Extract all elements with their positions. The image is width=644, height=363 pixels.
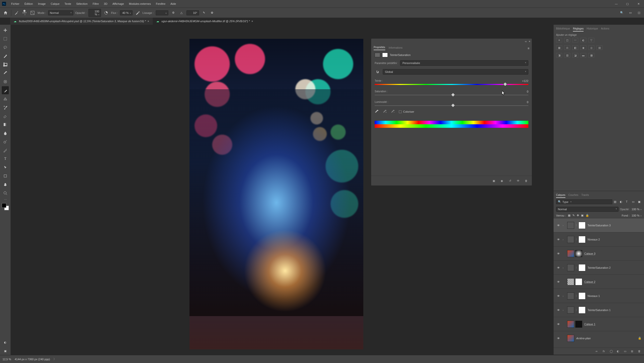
layer-row[interactable]: 👁›⋮Teinte/Saturation 3 <box>554 218 644 232</box>
menu-affichage[interactable]: Affichage <box>110 2 126 5</box>
brightness-icon[interactable]: ☀ <box>556 38 562 42</box>
document-tab-2[interactable]: ☁ ugur-akdemir-FABH5NJEMGM-unsplash-Modi… <box>153 18 257 25</box>
brush-panel-toggle[interactable] <box>29 10 36 16</box>
eraser-tool[interactable] <box>2 112 9 120</box>
lum-value[interactable]: 0 <box>527 101 528 104</box>
link-mask-icon[interactable]: ⋮ <box>575 295 577 297</box>
mask-icon[interactable]: ◯ <box>610 350 613 353</box>
close-panel-icon[interactable]: × <box>529 40 530 43</box>
layer-thumb[interactable] <box>567 278 574 285</box>
sat-value[interactable]: 0 <box>527 90 528 93</box>
chevron-right-icon[interactable]: › <box>563 224 565 227</box>
filter-pixel-icon[interactable]: ▧ <box>614 200 617 204</box>
menu-fenetre[interactable]: Fenêtre <box>153 2 168 5</box>
visibility-icon[interactable]: 👁 <box>516 178 520 183</box>
coloriser-checkbox[interactable]: Coloriser <box>399 110 414 113</box>
gradient-tool[interactable] <box>2 120 9 129</box>
layer-row[interactable]: 👁›⋮Teinte/Saturation 1 <box>554 303 644 317</box>
colorlookup-icon[interactable]: ▤ <box>596 45 602 50</box>
layer-name[interactable]: Calque 3 <box>584 252 595 255</box>
link-icon[interactable]: ∞ <box>596 350 599 353</box>
search-icon[interactable]: 🔍 <box>619 10 625 16</box>
edit-toolbar[interactable]: ⋯ <box>2 198 9 202</box>
doc-info[interactable]: 4144 px x 7360 px (240 ppp) <box>15 358 50 361</box>
posterize-icon[interactable]: ▥ <box>564 53 570 57</box>
chevron-right-icon[interactable]: › <box>563 238 565 241</box>
sat-slider[interactable] <box>375 94 528 96</box>
selectivecolor-icon[interactable]: ▩ <box>588 53 594 57</box>
pressure-size-icon[interactable]: ✎ <box>201 10 207 16</box>
menu-image[interactable]: Image <box>36 2 48 5</box>
adjustment-mask-thumb[interactable] <box>382 53 388 57</box>
tab-traces[interactable]: Tracés <box>581 193 589 198</box>
tab-historique[interactable]: Historique <box>587 26 598 32</box>
adjustment-icon[interactable]: ◐ <box>617 350 620 353</box>
menu-edition[interactable]: Édition <box>22 2 36 5</box>
invert-icon[interactable]: ◨ <box>556 53 562 57</box>
document-tab-1[interactable]: ☁ fezbot2000-lHtIEv850IM-unsplash-Récupé… <box>10 18 153 25</box>
chevron-right-icon[interactable]: › <box>563 309 565 312</box>
minimize-button[interactable]: — <box>611 0 622 8</box>
layer-name[interactable]: Niveaux 1 <box>588 294 600 297</box>
close-button[interactable]: ✕ <box>633 0 644 8</box>
delete-adj-icon[interactable]: 🗑 <box>524 178 528 183</box>
crop-tool[interactable] <box>2 60 9 69</box>
visibility-toggle[interactable]: 👁 <box>556 238 561 241</box>
lasso-tool[interactable] <box>2 43 9 51</box>
photofilter-icon[interactable]: ◉ <box>580 45 586 50</box>
path-select-tool[interactable] <box>2 163 9 171</box>
marquee-tool[interactable] <box>2 35 9 43</box>
history-brush-tool[interactable] <box>2 103 9 111</box>
layer-row[interactable]: 👁Calque 3 <box>554 246 644 260</box>
link-mask-icon[interactable]: ⋮ <box>575 224 577 227</box>
layer-name[interactable]: Calque 1 <box>584 323 595 326</box>
visibility-toggle[interactable]: 👁 <box>556 224 561 227</box>
tab-couches[interactable]: Couches <box>568 193 578 198</box>
menu-3d[interactable]: 3D <box>101 2 110 5</box>
lock-nest-icon[interactable]: ▣ <box>581 214 584 217</box>
bw-icon[interactable]: ◧ <box>572 45 578 50</box>
visibility-toggle[interactable]: 👁 <box>556 294 561 297</box>
move-tool[interactable] <box>2 26 9 34</box>
layer-mask[interactable] <box>578 222 586 229</box>
clip-icon[interactable]: ▣ <box>492 178 496 183</box>
new-layer-icon[interactable]: ⊞ <box>631 350 634 353</box>
share-panel-icon[interactable]: ▭ <box>627 10 633 16</box>
menu-filtre[interactable]: Filtre <box>90 2 101 5</box>
layer-row[interactable]: 👁Arrière-plan🔒 <box>554 331 644 345</box>
dodge-tool[interactable] <box>2 138 9 146</box>
tab-informations[interactable]: Informations <box>389 46 403 50</box>
layer-mask[interactable] <box>575 250 582 257</box>
blend-mode[interactable]: Normal <box>556 207 619 212</box>
tab-2-close[interactable]: × <box>251 20 253 23</box>
levels-icon[interactable]: ◫ <box>564 38 570 42</box>
layer-name[interactable]: Teinte/Saturation 3 <box>588 224 611 227</box>
gear-icon[interactable]: ⚙ <box>170 10 176 16</box>
channelmixer-icon[interactable]: ◎ <box>588 45 594 50</box>
layer-row[interactable]: 👁Calque 1 <box>554 317 644 331</box>
filter-smart-icon[interactable]: ▣ <box>638 200 641 204</box>
layer-mask[interactable] <box>578 236 586 243</box>
layer-name[interactable]: Arrière-plan <box>576 337 591 340</box>
adj-thumb[interactable] <box>567 236 574 243</box>
menu-calque[interactable]: Calque <box>48 2 62 5</box>
screen-mode-icon[interactable]: ▣ <box>2 347 9 355</box>
smooth-input[interactable] <box>156 10 168 15</box>
range-select[interactable]: Global <box>383 69 528 75</box>
layer-name[interactable]: Teinte/Saturation 1 <box>588 309 611 312</box>
clone-stamp-tool[interactable] <box>2 95 9 103</box>
visibility-toggle[interactable]: 👁 <box>556 280 561 283</box>
threshold-icon[interactable]: ◪ <box>572 53 578 57</box>
layer-mask[interactable] <box>575 321 582 328</box>
menu-selection[interactable]: Sélection <box>74 2 90 5</box>
layer-mask[interactable] <box>578 307 586 314</box>
teinte-value[interactable]: +122 <box>522 79 528 82</box>
adj-thumb[interactable] <box>567 292 574 299</box>
tab-calques[interactable]: Calques <box>556 193 565 198</box>
layer-thumb[interactable] <box>567 321 574 328</box>
properties-panel[interactable]: ‹‹ × Propriétés Informations ≡ Teinte/Sa… <box>371 38 532 186</box>
link-mask-icon[interactable]: ⋮ <box>575 309 577 311</box>
layer-mask[interactable] <box>575 278 582 285</box>
menu-fichier[interactable]: Fichier <box>9 2 22 5</box>
layer-row[interactable]: 👁Calque 2 <box>554 275 644 289</box>
